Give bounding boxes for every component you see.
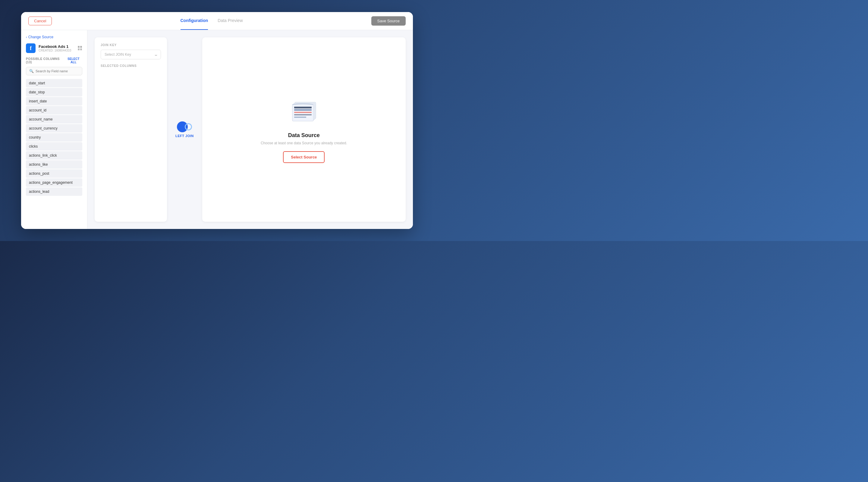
datasource-description: Choose at least one data Source you alre…	[261, 141, 347, 145]
source-details: Facebook Ads 1 CREATED: 1608044333	[38, 44, 71, 52]
body: ‹ Change Source f Facebook Ads 1 CREATED…	[21, 30, 413, 229]
search-input[interactable]	[36, 69, 79, 73]
data-source-panel: Data Source Choose at least one data Sou…	[202, 37, 406, 222]
svg-rect-5	[294, 112, 312, 113]
source-name: Facebook Ads 1	[38, 44, 71, 49]
main-content: JOIN KEY Select JOIN Key ⌄ SELECTED COLU…	[87, 30, 413, 229]
svg-rect-3	[294, 107, 312, 108]
columns-list: date_start date_stop insert_date account…	[26, 79, 82, 224]
list-item[interactable]: insert_date	[26, 97, 82, 105]
facebook-icon: f	[26, 43, 36, 53]
join-key-select[interactable]: Select JOIN Key ⌄	[101, 50, 161, 59]
datasource-title: Data Source	[288, 132, 320, 138]
join-badge: LEFT JOIN	[176, 121, 194, 138]
selected-columns-label: SELECTED COLUMNS	[101, 64, 161, 67]
list-item[interactable]: actions_like	[26, 160, 82, 169]
tab-data-preview[interactable]: Data Preview	[218, 18, 243, 24]
columns-header: POSSIBLE COLUMNS (13) SELECT ALL	[26, 57, 82, 64]
join-key-placeholder: Select JOIN Key	[104, 53, 131, 57]
chevron-left-icon: ‹	[26, 35, 27, 39]
select-arrow-icon: ⌄	[154, 53, 157, 57]
header: Cancel Configuration Data Preview Save S…	[21, 12, 413, 30]
header-tabs: Configuration Data Preview	[181, 18, 243, 24]
svg-rect-7	[294, 117, 306, 118]
list-item[interactable]: actions_lead	[26, 187, 82, 196]
list-item[interactable]: date_stop	[26, 88, 82, 96]
tab-configuration[interactable]: Configuration	[181, 18, 208, 24]
list-item[interactable]: date_start	[26, 79, 82, 87]
join-type-label: LEFT JOIN	[176, 134, 194, 138]
list-item[interactable]: account_name	[26, 115, 82, 124]
svg-rect-4	[294, 109, 312, 110]
config-panel: JOIN KEY Select JOIN Key ⌄ SELECTED COLU…	[95, 37, 167, 222]
list-item[interactable]: actions_post	[26, 169, 82, 178]
columns-label: POSSIBLE COLUMNS (13)	[26, 57, 65, 64]
list-item[interactable]: clicks	[26, 142, 82, 151]
join-indicator: LEFT JOIN	[172, 37, 197, 222]
change-source-label: Change Source	[28, 35, 53, 39]
datasource-svg	[286, 96, 322, 126]
document-icon[interactable]: ☷	[78, 45, 82, 52]
change-source-link[interactable]: ‹ Change Source	[26, 35, 82, 39]
search-box: 🔍	[26, 67, 82, 75]
list-item[interactable]: account_id	[26, 106, 82, 115]
list-item[interactable]: actions_page_engagement	[26, 178, 82, 187]
datasource-illustration	[286, 96, 322, 127]
join-key-select-wrapper: Select JOIN Key ⌄	[101, 50, 161, 59]
list-item[interactable]: actions_link_click	[26, 151, 82, 160]
source-created: CREATED: 1608044333	[38, 49, 71, 52]
main-container: Cancel Configuration Data Preview Save S…	[21, 12, 413, 229]
join-circle-right	[185, 123, 192, 130]
svg-rect-6	[294, 114, 312, 116]
source-info: f Facebook Ads 1 CREATED: 1608044333 ☷	[26, 43, 82, 53]
select-source-button[interactable]: Select Source	[283, 151, 324, 163]
cancel-button[interactable]: Cancel	[28, 17, 52, 25]
join-key-label: JOIN KEY	[101, 43, 161, 47]
search-icon: 🔍	[29, 69, 34, 73]
list-item[interactable]: country	[26, 133, 82, 141]
select-all-button[interactable]: SELECT ALL	[65, 57, 82, 64]
join-circles	[177, 121, 192, 132]
save-source-button[interactable]: Save Source	[371, 16, 406, 26]
list-item[interactable]: account_currency	[26, 124, 82, 133]
left-panel: ‹ Change Source f Facebook Ads 1 CREATED…	[21, 30, 87, 229]
